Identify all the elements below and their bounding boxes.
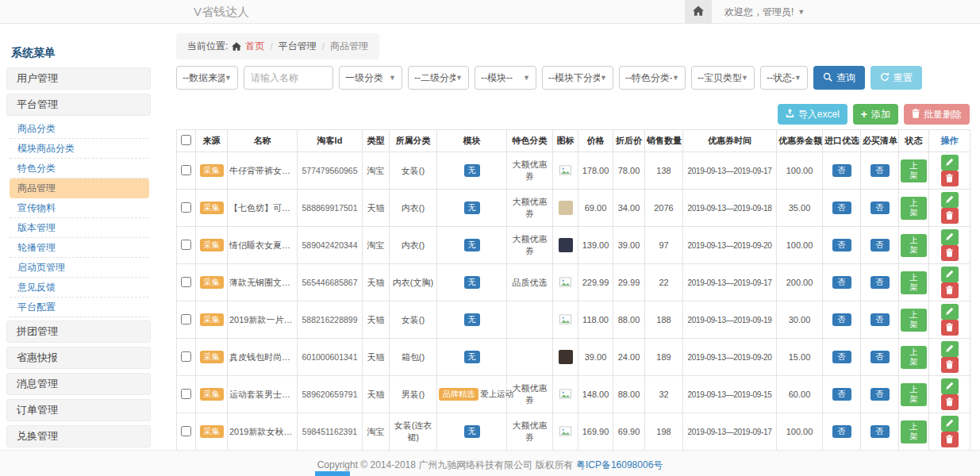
row-checkbox[interactable] bbox=[181, 426, 191, 436]
edit-button[interactable] bbox=[941, 192, 959, 208]
must-buy-toggle[interactable]: 否 bbox=[870, 313, 890, 327]
filter-select-6[interactable]: --特色分类--▼ bbox=[619, 66, 686, 90]
delete-button[interactable] bbox=[941, 208, 959, 224]
sidebar-section-0[interactable]: 用户管理 bbox=[6, 67, 151, 90]
status-badge[interactable]: 上架 bbox=[901, 420, 927, 443]
filter-select-8[interactable]: --状态--▼ bbox=[760, 66, 808, 90]
edit-button[interactable] bbox=[941, 155, 959, 171]
import-select-toggle[interactable]: 否 bbox=[832, 425, 851, 439]
must-buy-toggle[interactable]: 否 bbox=[870, 239, 890, 252]
filter-select-3[interactable]: --二级分类--▼ bbox=[408, 66, 469, 90]
filter-select-4[interactable]: --模块--▼ bbox=[475, 66, 536, 90]
row-checkbox[interactable] bbox=[181, 165, 191, 175]
trash-icon bbox=[946, 285, 953, 297]
sidebar-item-10[interactable]: 意见反馈 bbox=[10, 278, 149, 298]
must-buy-toggle[interactable]: 否 bbox=[870, 202, 890, 215]
import-select-toggle[interactable]: 否 bbox=[832, 276, 851, 290]
edit-button[interactable] bbox=[941, 341, 959, 357]
delete-button[interactable] bbox=[941, 171, 959, 186]
must-buy-cell: 否 bbox=[861, 413, 899, 451]
must-buy-toggle[interactable]: 否 bbox=[870, 388, 890, 401]
reset-button[interactable]: 重置 bbox=[870, 66, 922, 90]
sidebar-section-12[interactable]: 拼团管理 bbox=[6, 321, 151, 343]
edit-button[interactable] bbox=[941, 267, 959, 282]
sidebar-item-5[interactable]: 商品管理 bbox=[10, 178, 149, 198]
import-select-toggle[interactable]: 否 bbox=[832, 164, 851, 178]
breadcrumb-item-platform[interactable]: 平台管理 bbox=[279, 40, 317, 53]
row-checkbox[interactable] bbox=[181, 314, 191, 324]
delete-button[interactable] bbox=[941, 394, 959, 410]
sidebar-section-13[interactable]: 省惠快报 bbox=[6, 347, 151, 369]
filter-select-7[interactable]: --宝贝类型--▼ bbox=[691, 66, 755, 90]
row-checkbox[interactable] bbox=[181, 277, 191, 287]
sidebar-item-11[interactable]: 平台配置 bbox=[10, 298, 149, 317]
filter-select-2[interactable]: 一级分类▼ bbox=[339, 66, 402, 90]
sidebar-section-1[interactable]: 平台管理 bbox=[6, 94, 151, 116]
edit-button[interactable] bbox=[941, 416, 959, 432]
delete-button[interactable] bbox=[941, 320, 959, 336]
row-checkbox[interactable] bbox=[181, 351, 191, 362]
product-thumbnail bbox=[559, 201, 573, 215]
filter-select-0[interactable]: --数据来源--▼ bbox=[176, 66, 238, 90]
icp-link[interactable]: 粤ICP备16098006号 bbox=[576, 459, 663, 470]
home-button[interactable] bbox=[685, 0, 712, 24]
filter-select-5[interactable]: --模块下分类--▼ bbox=[542, 66, 613, 90]
col-header-类型: 类型 bbox=[363, 130, 390, 152]
search-button[interactable]: 查询 bbox=[813, 66, 865, 90]
price-cell: 139.00 bbox=[578, 227, 613, 264]
add-button[interactable]: + 添加 bbox=[853, 104, 898, 125]
bulk-delete-button[interactable]: 批量删除 bbox=[904, 104, 970, 125]
edit-button[interactable] bbox=[941, 229, 959, 245]
filter-select-label: --模块下分类-- bbox=[548, 71, 600, 85]
breadcrumb-home-link[interactable]: 首页 bbox=[245, 40, 264, 53]
import-excel-button[interactable]: 导入excel bbox=[778, 104, 847, 125]
feature-cell: 大额优惠券 bbox=[507, 413, 553, 451]
sidebar-item-3[interactable]: 模块商品分类 bbox=[10, 139, 149, 159]
discount-price-cell: 88.00 bbox=[613, 301, 645, 339]
must-buy-toggle[interactable]: 否 bbox=[870, 425, 890, 439]
status-badge[interactable]: 上架 bbox=[901, 383, 927, 406]
delete-button[interactable] bbox=[941, 432, 959, 447]
sidebar-item-7[interactable]: 版本管理 bbox=[10, 218, 149, 238]
sidebar-item-6[interactable]: 宣传物料 bbox=[10, 198, 149, 218]
status-badge[interactable]: 上架 bbox=[901, 271, 927, 294]
sidebar-item-2[interactable]: 商品分类 bbox=[10, 119, 149, 139]
status-badge[interactable]: 上架 bbox=[901, 197, 927, 220]
import-select-toggle[interactable]: 否 bbox=[832, 351, 851, 364]
must-buy-toggle[interactable]: 否 bbox=[870, 351, 890, 364]
delete-button[interactable] bbox=[941, 357, 959, 373]
sidebar-item-8[interactable]: 轮播管理 bbox=[10, 238, 149, 258]
navbar-right: 欢迎您，管理员! ▼ bbox=[685, 0, 817, 24]
delete-button[interactable] bbox=[941, 282, 959, 298]
select-all-checkbox[interactable] bbox=[181, 135, 191, 145]
user-menu[interactable]: 欢迎您，管理员! ▼ bbox=[712, 0, 817, 24]
status-badge[interactable]: 上架 bbox=[901, 159, 927, 182]
edit-button[interactable] bbox=[941, 304, 959, 320]
source-badge: 采集 bbox=[200, 351, 224, 364]
sidebar-item-4[interactable]: 特色分类 bbox=[10, 159, 149, 178]
import-select-toggle[interactable]: 否 bbox=[832, 313, 851, 327]
product-name-cell: 2019新款一片式系... bbox=[228, 301, 298, 339]
must-buy-toggle[interactable]: 否 bbox=[870, 164, 890, 178]
import-select-toggle[interactable]: 否 bbox=[832, 388, 851, 401]
must-buy-toggle[interactable]: 否 bbox=[870, 276, 890, 290]
delete-button[interactable] bbox=[941, 245, 959, 261]
import-select-toggle[interactable]: 否 bbox=[832, 239, 851, 252]
sidebar-section-15[interactable]: 订单管理 bbox=[6, 399, 151, 421]
import-select-toggle[interactable]: 否 bbox=[832, 202, 851, 215]
row-checkbox[interactable] bbox=[181, 240, 191, 250]
sidebar-section-16[interactable]: 兑换管理 bbox=[6, 425, 151, 447]
product-thumbnail bbox=[559, 238, 573, 252]
row-checkbox[interactable] bbox=[181, 389, 191, 399]
status-badge[interactable]: 上架 bbox=[901, 309, 927, 332]
edit-button[interactable] bbox=[941, 378, 959, 394]
row-checkbox[interactable] bbox=[181, 202, 191, 213]
status-badge[interactable]: 上架 bbox=[901, 234, 927, 257]
sidebar-section-14[interactable]: 消息管理 bbox=[6, 373, 151, 395]
broken-image-icon bbox=[559, 425, 571, 437]
name-search-input[interactable] bbox=[244, 66, 333, 90]
discount-price-cell: 78.00 bbox=[613, 152, 645, 190]
sidebar-item-9[interactable]: 启动页管理 bbox=[10, 258, 149, 278]
source-cell: 采集 bbox=[196, 227, 228, 264]
status-badge[interactable]: 上架 bbox=[901, 346, 927, 369]
